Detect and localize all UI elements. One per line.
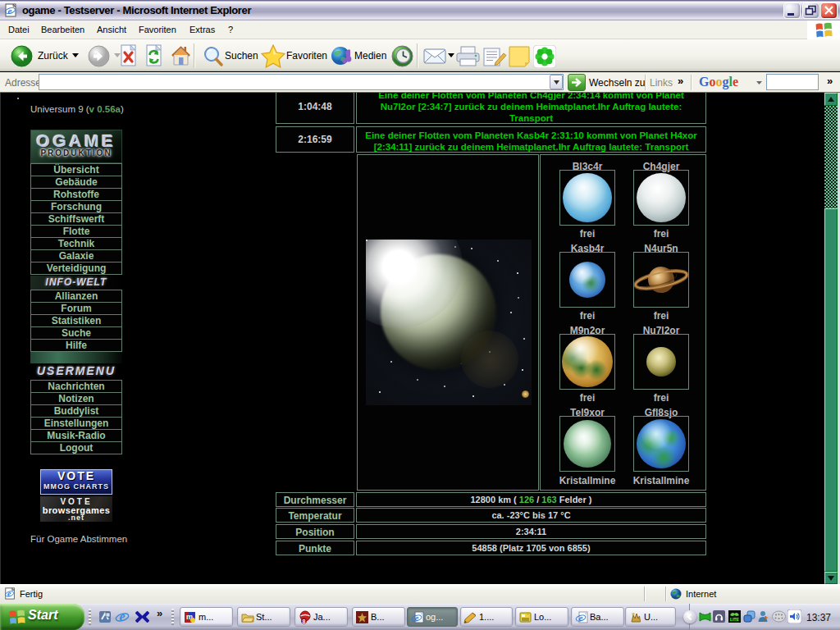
svg-text:e: e <box>8 6 12 16</box>
svg-text:LITE: LITE <box>730 617 739 622</box>
svg-text:8: 8 <box>303 619 306 624</box>
svg-text:e: e <box>7 589 11 598</box>
